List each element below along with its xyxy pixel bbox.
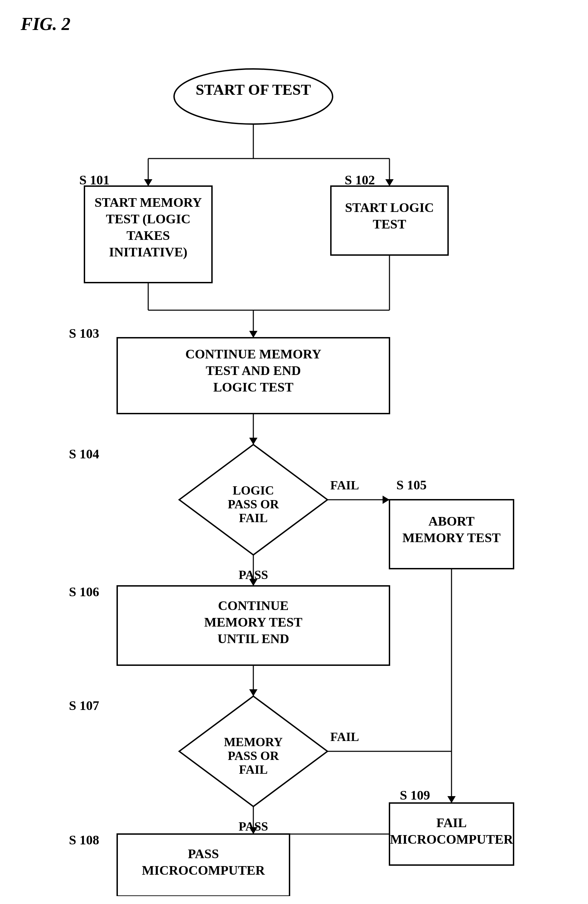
svg-text:LOGIC TEST: LOGIC TEST [213, 380, 294, 394]
svg-text:PASS: PASS [239, 568, 268, 582]
svg-text:START OF TEST: START OF TEST [196, 81, 311, 98]
svg-marker-38 [383, 496, 389, 504]
svg-text:MEMORY TEST: MEMORY TEST [403, 530, 501, 545]
svg-text:TEST: TEST [373, 217, 406, 231]
svg-text:MICROCOMPUTER: MICROCOMPUTER [390, 832, 513, 846]
svg-text:START MEMORY: START MEMORY [95, 195, 202, 210]
svg-text:S 108: S 108 [69, 833, 99, 847]
svg-text:S 106: S 106 [69, 585, 99, 599]
svg-text:MEMORY TEST: MEMORY TEST [204, 615, 303, 629]
svg-text:TAKES: TAKES [126, 228, 170, 243]
svg-text:START LOGIC: START LOGIC [345, 200, 434, 215]
svg-text:MEMORY: MEMORY [224, 735, 283, 749]
svg-text:S 105: S 105 [396, 478, 427, 492]
svg-text:FAIL: FAIL [330, 730, 359, 744]
svg-text:S 102: S 102 [345, 173, 375, 187]
svg-text:S 104: S 104 [69, 447, 99, 461]
svg-marker-8 [385, 179, 394, 186]
page: FIG. 2 START OF TEST S 101 START MEMORY … [0, 0, 588, 904]
svg-text:MICROCOMPUTER: MICROCOMPUTER [142, 863, 265, 877]
svg-text:S 103: S 103 [69, 326, 99, 340]
svg-marker-53 [249, 689, 258, 696]
flowchart: START OF TEST S 101 START MEMORY TEST (L… [0, 28, 588, 896]
svg-text:ABORT: ABORT [428, 514, 474, 528]
svg-text:PASS: PASS [188, 846, 219, 861]
svg-text:FAIL: FAIL [239, 763, 267, 776]
svg-marker-24 [249, 331, 258, 338]
svg-text:PASS: PASS [239, 820, 268, 833]
svg-text:CONTINUE: CONTINUE [218, 598, 289, 613]
svg-text:S 107: S 107 [69, 698, 99, 713]
svg-marker-31 [249, 438, 258, 444]
svg-text:FAIL: FAIL [239, 511, 267, 525]
svg-text:UNTIL END: UNTIL END [218, 631, 289, 646]
svg-text:PASS OR: PASS OR [228, 497, 279, 511]
svg-text:INITIATIVE): INITIATIVE) [109, 245, 187, 259]
svg-text:S 101: S 101 [79, 173, 110, 187]
svg-text:LOGIC: LOGIC [232, 484, 274, 497]
svg-text:CONTINUE MEMORY: CONTINUE MEMORY [185, 347, 322, 361]
svg-text:TEST AND END: TEST AND END [206, 363, 301, 378]
svg-text:TEST (LOGIC: TEST (LOGIC [106, 212, 190, 226]
svg-text:PASS OR: PASS OR [228, 749, 279, 763]
svg-text:FAIL: FAIL [436, 815, 467, 830]
svg-text:S 109: S 109 [400, 788, 430, 802]
svg-text:FAIL: FAIL [330, 478, 359, 492]
svg-marker-5 [144, 179, 152, 186]
